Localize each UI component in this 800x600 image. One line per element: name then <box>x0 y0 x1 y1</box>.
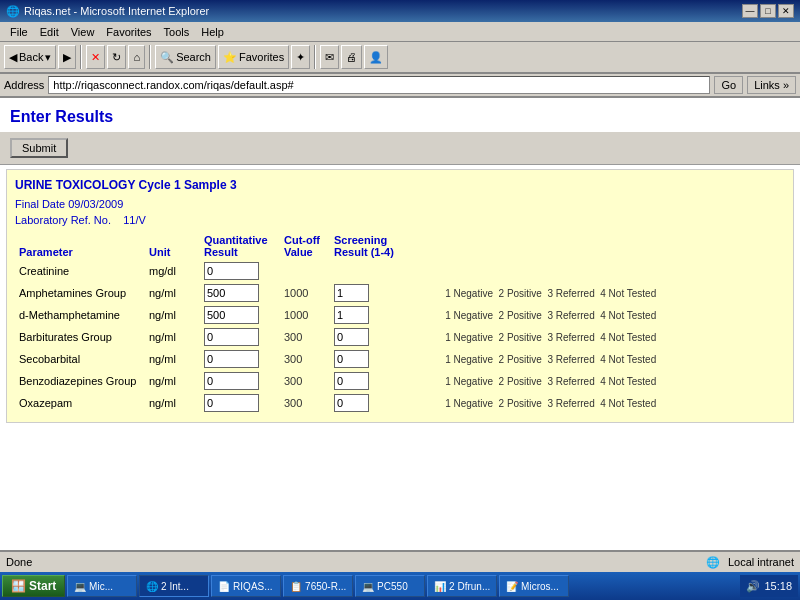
quant-input-6[interactable] <box>204 394 259 412</box>
quant-input-3[interactable] <box>204 328 259 346</box>
screen-input-3[interactable] <box>334 328 369 346</box>
search-icon: 🔍 <box>160 51 174 64</box>
stop-button[interactable]: ✕ <box>86 45 105 69</box>
cell-quant-4 <box>200 348 280 370</box>
status-icon: 🌐 <box>706 556 720 569</box>
stop-icon: ✕ <box>91 51 100 64</box>
menu-bar: File Edit View Favorites Tools Help <box>0 22 800 42</box>
cell-unit-5: ng/ml <box>145 370 200 392</box>
main-content: Enter Results Submit URINE TOXICOLOGY Cy… <box>0 98 800 550</box>
col-screening-line1: Screening <box>334 234 387 246</box>
cell-cutoff-0 <box>280 260 330 282</box>
menu-edit[interactable]: Edit <box>34 24 65 40</box>
minimize-button[interactable]: — <box>742 4 758 18</box>
quant-input-1[interactable] <box>204 284 259 302</box>
quant-input-2[interactable] <box>204 306 259 324</box>
toolbar: ◀ Back ▾ ▶ ✕ ↻ ⌂ 🔍 Search ⭐ Favorites ✦ … <box>0 42 800 74</box>
mail-button[interactable]: ✉ <box>320 45 339 69</box>
cell-cutoff-5: 300 <box>280 370 330 392</box>
taskbar: 🪟 Start 💻 Mic... 🌐 2 Int... 📄 RIQAS... 📋… <box>0 572 800 600</box>
window-title: Riqas.net - Microsoft Internet Explorer <box>24 5 209 17</box>
cell-cutoff-1: 1000 <box>280 282 330 304</box>
col-parameter: Parameter <box>15 232 145 260</box>
taskbar-item-micros[interactable]: 📝 Micros... <box>499 575 569 597</box>
cell-screen-4 <box>330 348 436 370</box>
forward-icon: ▶ <box>63 51 71 64</box>
back-button[interactable]: ◀ Back ▾ <box>4 45 56 69</box>
taskbar-icon-int: 🌐 <box>146 581 158 592</box>
col-options <box>436 232 785 260</box>
menu-favorites[interactable]: Favorites <box>100 24 157 40</box>
col-unit: Unit <box>145 232 200 260</box>
quant-input-4[interactable] <box>204 350 259 368</box>
cell-screen-5 <box>330 370 436 392</box>
taskbar-item-dfrun[interactable]: 📊 2 Dfrun... <box>427 575 497 597</box>
cell-options-4: 1 Negative 2 Positive 3 Referred 4 Not T… <box>436 348 785 370</box>
menu-view[interactable]: View <box>65 24 101 40</box>
links-button[interactable]: Links » <box>747 76 796 94</box>
menu-tools[interactable]: Tools <box>158 24 196 40</box>
cell-unit-1: ng/ml <box>145 282 200 304</box>
screen-input-4[interactable] <box>334 350 369 368</box>
menu-file[interactable]: File <box>4 24 34 40</box>
taskbar-item-mic[interactable]: 💻 Mic... <box>67 575 137 597</box>
go-button[interactable]: Go <box>714 76 743 94</box>
quant-input-0[interactable] <box>204 262 259 280</box>
screen-options-3: 1 Negative 2 Positive 3 Referred 4 Not T… <box>440 332 657 343</box>
forward-button[interactable]: ▶ <box>58 45 76 69</box>
table-row: d-Methamphetamine ng/ml 1000 1 Negative … <box>15 304 785 326</box>
taskbar-item-int[interactable]: 🌐 2 Int... <box>139 575 209 597</box>
parameter-table: Parameter Unit Quantitative Result Cut-o… <box>15 232 785 414</box>
back-icon: ◀ <box>9 51 17 64</box>
home-button[interactable]: ⌂ <box>128 45 145 69</box>
cell-options-6: 1 Negative 2 Positive 3 Referred 4 Not T… <box>436 392 785 414</box>
screen-options-1: 1 Negative 2 Positive 3 Referred 4 Not T… <box>440 288 657 299</box>
favorites-icon: ⭐ <box>223 51 237 64</box>
cell-screen-1 <box>330 282 436 304</box>
quant-input-5[interactable] <box>204 372 259 390</box>
cell-cutoff-4: 300 <box>280 348 330 370</box>
menu-help[interactable]: Help <box>195 24 230 40</box>
table-row: Creatinine mg/dl <box>15 260 785 282</box>
screen-options-6: 1 Negative 2 Positive 3 Referred 4 Not T… <box>440 398 657 409</box>
window-icon: 🌐 <box>6 5 20 18</box>
search-button[interactable]: 🔍 Search <box>155 45 216 69</box>
favorites-button[interactable]: ⭐ Favorites <box>218 45 289 69</box>
media-icon: ✦ <box>296 51 305 64</box>
print-button[interactable]: 🖨 <box>341 45 362 69</box>
col-screening-line2: Result (1-4) <box>334 246 394 258</box>
col-screening: Screening Result (1-4) <box>330 232 436 260</box>
refresh-button[interactable]: ↻ <box>107 45 126 69</box>
mail-icon: ✉ <box>325 51 334 64</box>
lab-ref-label: Laboratory Ref. No. <box>15 214 111 226</box>
cell-quant-0 <box>200 260 280 282</box>
screen-input-5[interactable] <box>334 372 369 390</box>
taskbar-item-pc550[interactable]: 💻 PC550 <box>355 575 425 597</box>
messenger-button[interactable]: 👤 <box>364 45 388 69</box>
start-button[interactable]: 🪟 Start <box>2 575 65 597</box>
taskbar-icon-mic: 💻 <box>74 581 86 592</box>
print-icon: 🖨 <box>346 51 357 63</box>
cell-parameter-1: Amphetamines Group <box>15 282 145 304</box>
cell-quant-5 <box>200 370 280 392</box>
media-button[interactable]: ✦ <box>291 45 310 69</box>
cell-unit-6: ng/ml <box>145 392 200 414</box>
screen-input-1[interactable] <box>334 284 369 302</box>
screen-input-2[interactable] <box>334 306 369 324</box>
cell-screen-0 <box>330 260 436 282</box>
cell-quant-2 <box>200 304 280 326</box>
lab-ref-value: 11/V <box>123 214 146 226</box>
messenger-icon: 👤 <box>369 51 383 64</box>
address-input[interactable] <box>48 76 710 94</box>
close-button[interactable]: ✕ <box>778 4 794 18</box>
taskbar-item-7650[interactable]: 📋 7650-R... <box>283 575 353 597</box>
screen-input-6[interactable] <box>334 394 369 412</box>
cell-quant-1 <box>200 282 280 304</box>
taskbar-icon-micros: 📝 <box>506 581 518 592</box>
submit-button[interactable]: Submit <box>10 138 68 158</box>
col-cutoff-line1: Cut-off <box>284 234 320 246</box>
title-bar-controls: — □ ✕ <box>742 4 794 18</box>
table-row: Oxazepam ng/ml 300 1 Negative 2 Positive… <box>15 392 785 414</box>
taskbar-item-riqas[interactable]: 📄 RIQAS... <box>211 575 281 597</box>
maximize-button[interactable]: □ <box>760 4 776 18</box>
